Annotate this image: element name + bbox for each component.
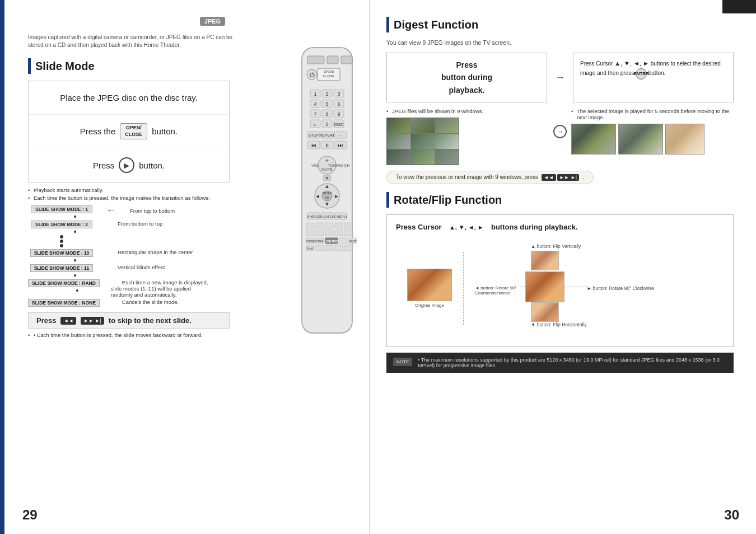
left-page: JPEG Images captured with a digital came…: [0, 0, 370, 534]
rotate-flip-box: Press Cursor ▲, ▼, ◄, ► buttons during p…: [386, 214, 734, 347]
svg-text:3: 3: [337, 91, 340, 97]
press-skip-label: Press: [36, 316, 56, 325]
media-buttons-inline: ◄◄ ►► ►|: [542, 174, 579, 181]
slide-mode-desc-4: Each time a new image is displayed, slid…: [111, 279, 208, 298]
svg-text:▼: ▼: [325, 176, 329, 181]
step2-suffix: button.: [152, 127, 178, 136]
digest-col-right: Press Cursor ▲, ▼, ◄, ► buttons to selec…: [573, 53, 734, 102]
notes-section: Playback starts automatically. Each time…: [28, 187, 230, 201]
step2-label: Press the: [80, 127, 115, 136]
svg-text:7: 7: [314, 111, 316, 117]
svg-rect-68: [325, 223, 333, 228]
slide-mode-label-0: SLIDE SHOW MODE : 1: [31, 205, 92, 213]
digest-section-header: Digest Function: [386, 17, 734, 32]
original-image-wrap: Original Image: [407, 269, 452, 308]
press-skip-suffix: to skip to the next slide.: [109, 316, 192, 325]
slide-mode-row-0: SLIDE SHOW MODE : 1 ♦ ← From top to bott…: [28, 205, 218, 219]
slide-mode-row-1: SLIDE SHOW MODE : 2 ♦ From bottom to top: [28, 221, 218, 248]
svg-text:OPEN/: OPEN/: [324, 70, 334, 73]
svg-text:S-REPLY: S-REPLY: [333, 215, 347, 218]
dashed-left: [520, 287, 525, 287]
svg-text:⏭: ⏭: [338, 142, 343, 148]
svg-text:2: 2: [325, 91, 328, 97]
center-butterfly: [525, 271, 564, 302]
svg-rect-2: [327, 56, 338, 64]
open-close-button: OPEN/CLOSE: [120, 123, 147, 139]
down-button-label: ▼ button: Flip Horizontally: [531, 322, 587, 327]
digest-col-inner-left: Pressbutton duringplayback.: [387, 53, 547, 102]
next-btn-inline: ►► ►|: [557, 174, 580, 181]
arrow-down-2: ♦: [73, 257, 76, 263]
digest-grid-image: [386, 118, 459, 165]
svg-rect-73: [325, 230, 333, 236]
svg-rect-67: [316, 223, 324, 228]
digest-col-inner-right: Press Cursor ▲, ▼, ◄, ► buttons to selec…: [573, 53, 733, 85]
remote-control: OPEN/ CLOSE ⏻ 1 2 3 4 5: [296, 45, 363, 337]
svg-text:⏻: ⏻: [309, 72, 315, 78]
arrow-down-4: ♦: [76, 287, 78, 293]
digest-flow: Pressbutton duringplayback. → Press Curs…: [386, 53, 734, 102]
flip-v-preview: [531, 251, 559, 270]
slide-mode-title: Slide Mode: [35, 60, 95, 73]
svg-text:TUNING CH: TUNING CH: [328, 163, 350, 167]
svg-text:▲: ▲: [324, 183, 330, 189]
digest-col-left: Pressbutton duringplayback.: [386, 53, 547, 102]
intro-text: Images captured with a digital camera or…: [28, 34, 241, 49]
page-num-right: 30: [724, 507, 739, 523]
svg-text:S-VIDEO: S-VIDEO: [307, 215, 321, 218]
svg-rect-69: [335, 223, 343, 228]
svg-text:1: 1: [314, 91, 316, 97]
slide-mode-label-5: SLIDE SHOW MODE : NONE: [28, 299, 100, 307]
digest-subtitle: You can view 9 JPEG images on the TV scr…: [386, 39, 734, 46]
dashed-divider: [463, 252, 464, 325]
svg-text:9: 9: [337, 111, 340, 117]
steps-box: Place the JPEG disc on the disc tray. Pr…: [28, 81, 230, 182]
next-button: ►► ►|: [81, 317, 104, 325]
digest-arrow-icon: →: [555, 72, 565, 83]
svg-rect-75: [344, 230, 352, 236]
digest-images-row: JPEG files will be shown in 9 windows. →: [386, 108, 734, 165]
svg-text:REPEAT: REPEAT: [319, 133, 335, 137]
svg-rect-88: [325, 245, 333, 251]
step3-label: Press: [93, 161, 114, 170]
slide-mode-desc-5: Cancels the slide mode.: [122, 298, 179, 305]
bullet-note-2: Each time the button is pressed, the ima…: [28, 195, 230, 201]
slide-mode-row-4: SLIDE SHOW MODE : RAND ♦ Each time a new…: [28, 279, 218, 298]
digest-right-col: The selected image is played for 5 secon…: [571, 108, 734, 154]
svg-text:DISC: DISC: [334, 123, 344, 127]
arrow-down-3: ♦: [73, 272, 76, 278]
rotate-section-header: Rotate/Flip Function: [386, 192, 734, 208]
dashed-right: [564, 287, 587, 287]
cursor-arrows: ▲, ▼, ◄, ►: [614, 59, 649, 68]
svg-text:-/--: -/--: [313, 123, 319, 127]
slide-mode-table: SLIDE SHOW MODE : 1 ♦ ← From top to bott…: [28, 205, 218, 307]
svg-text:STEP: STEP: [309, 133, 319, 137]
svg-text:OK: OK: [325, 196, 329, 199]
slide-mode-label-1: SLIDE SHOW MODE : 2: [31, 221, 92, 228]
svg-text:VOL: VOL: [311, 163, 319, 167]
svg-text:CLOSE: CLOSE: [323, 74, 334, 78]
slide-mode-desc-1: From bottom to top: [118, 220, 162, 227]
step1-text: Place the JPEG disc on the disc tray.: [60, 93, 198, 102]
svg-text:◄: ◄: [315, 193, 320, 199]
right-button-label: ► button: Rotate 90° Clockwise: [587, 285, 654, 291]
skip-view-text: To view the previous or next image with …: [396, 174, 538, 180]
digest-title: Digest Function: [394, 18, 478, 31]
svg-text:⏮: ⏮: [311, 142, 316, 148]
svg-text:MUTE: MUTE: [321, 167, 333, 171]
step2-row: Press the OPEN/CLOSE button.: [29, 115, 229, 148]
result-img-1: [571, 124, 616, 154]
page-num-left: 29: [22, 507, 38, 523]
arrow-down-1: ♦: [73, 228, 76, 235]
arrow-down-0: ♦: [73, 213, 76, 219]
remote-svg: OPEN/ CLOSE ⏻ 1 2 3 4 5: [296, 45, 358, 336]
original-image: [407, 269, 452, 301]
rotate-diagram: Original Image ▲ button: Flip Vertically…: [396, 238, 724, 339]
cursor-arrows-rotate: ▲, ▼, ◄, ►: [449, 224, 484, 231]
rotate-box-text: Press Cursor ▲, ▼, ◄, ► buttons during p…: [396, 223, 724, 231]
play-button-icon: ▶: [119, 157, 134, 173]
digest-step1-text: Pressbutton duringplayback.: [394, 59, 540, 96]
skip-view-note: To view the previous or next image with …: [386, 171, 594, 184]
svg-text:►: ►: [334, 193, 339, 199]
digest-result-images: [571, 124, 734, 154]
